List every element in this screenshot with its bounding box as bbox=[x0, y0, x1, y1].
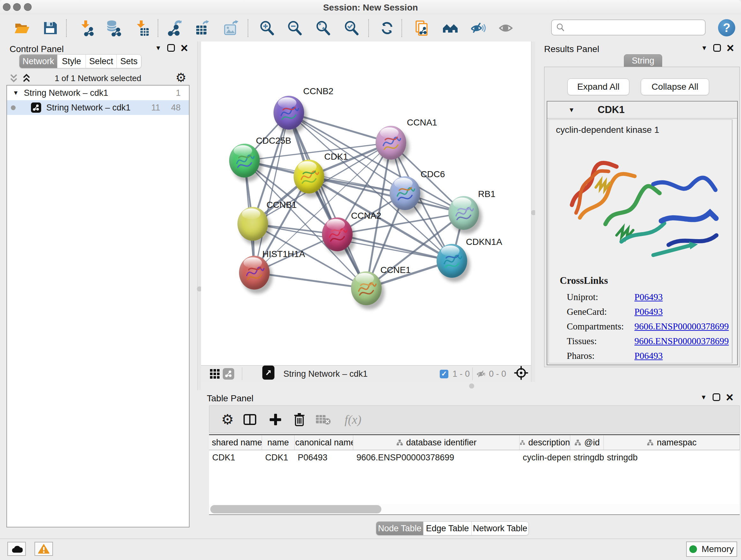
panel-float-icon[interactable] bbox=[713, 393, 720, 401]
network-row[interactable]: String Network – cdk1 11 48 bbox=[7, 100, 189, 115]
tab-select[interactable]: Select bbox=[86, 55, 117, 68]
panel-close-icon[interactable]: × bbox=[727, 44, 734, 52]
import-network-from-database-button[interactable] bbox=[104, 19, 122, 37]
first-neighbors-button[interactable] bbox=[441, 19, 459, 37]
panel-float-icon[interactable] bbox=[167, 44, 175, 52]
scrollbar-thumb[interactable] bbox=[210, 505, 381, 513]
tree-expand-caret-icon[interactable]: ▼ bbox=[13, 89, 19, 97]
panel-menu-caret-icon[interactable]: ▼ bbox=[700, 394, 707, 401]
crosslink-value[interactable]: P06493 bbox=[634, 307, 663, 317]
hidden-items-icon bbox=[476, 368, 486, 380]
selected-checkbox[interactable]: ✓ bbox=[440, 368, 448, 380]
network-node-CCNB1[interactable] bbox=[238, 207, 268, 241]
network-node-CDK1[interactable] bbox=[293, 160, 324, 193]
tab-style[interactable]: Style bbox=[57, 55, 86, 68]
cloud-icon bbox=[10, 544, 23, 553]
zoom-selected-button[interactable] bbox=[343, 19, 360, 37]
export-image-button[interactable] bbox=[222, 19, 240, 37]
tab-node-table[interactable]: Node Table bbox=[376, 522, 423, 535]
table-cell: cyclin-dependent ... bbox=[520, 450, 570, 465]
tab-sets[interactable]: Sets bbox=[117, 55, 141, 68]
refresh-layout-button[interactable] bbox=[378, 19, 396, 37]
network-node-HIST1H1A[interactable] bbox=[239, 256, 270, 290]
function-builder-button[interactable]: f(x) bbox=[339, 411, 367, 428]
column-header[interactable]: description bbox=[520, 435, 570, 450]
column-header[interactable]: database identifier bbox=[353, 435, 520, 450]
table-cell: P06493 bbox=[294, 450, 353, 465]
create-column-button[interactable] bbox=[267, 411, 284, 428]
tab-edge-table[interactable]: Edge Table bbox=[423, 522, 472, 535]
crosslink-value[interactable]: 9606.ENSP00000378699 bbox=[634, 336, 729, 347]
clone-network-button[interactable] bbox=[413, 19, 431, 37]
import-network-button[interactable] bbox=[77, 19, 95, 37]
collapse-all-button[interactable]: Collapse All bbox=[641, 78, 709, 95]
import-table-button[interactable] bbox=[133, 19, 151, 37]
network-collection-row[interactable]: ▼ String Network – cdk1 1 bbox=[7, 85, 189, 100]
hide-selected-button[interactable] bbox=[469, 19, 487, 37]
panel-float-icon[interactable] bbox=[713, 44, 721, 52]
network-node-CCNA2[interactable] bbox=[322, 217, 353, 251]
cloud-status-button[interactable] bbox=[7, 542, 26, 556]
crosslink-value[interactable]: 9606.ENSP00000378699 bbox=[634, 321, 729, 332]
network-node-RB1[interactable] bbox=[448, 196, 479, 230]
network-node-CCNB2[interactable] bbox=[273, 96, 304, 130]
crosshair-icon bbox=[514, 366, 529, 380]
network-view-mode-button[interactable] bbox=[223, 368, 234, 380]
application-window: Session: New Session bbox=[0, 0, 741, 560]
grid-view-button[interactable] bbox=[209, 368, 220, 380]
network-node-CDC25B[interactable] bbox=[229, 144, 260, 178]
network-node-CCNA1[interactable] bbox=[376, 126, 406, 160]
help-button[interactable]: ? bbox=[718, 19, 735, 37]
column-header[interactable]: namespac bbox=[604, 435, 740, 450]
table-settings-button[interactable]: ⚙ bbox=[219, 411, 236, 428]
tab-network[interactable]: Network bbox=[19, 55, 57, 68]
gear-icon[interactable]: ⚙ bbox=[176, 72, 186, 83]
show-columns-button[interactable] bbox=[241, 411, 259, 428]
network-node-CDKN1A[interactable] bbox=[436, 244, 467, 278]
tab-string[interactable]: String bbox=[624, 54, 662, 67]
panel-menu-caret-icon[interactable]: ▼ bbox=[155, 44, 161, 52]
warnings-button[interactable] bbox=[35, 542, 53, 556]
memory-status-dot bbox=[689, 545, 697, 553]
zoom-out-button[interactable] bbox=[286, 19, 304, 37]
table-horizontal-scrollbar[interactable] bbox=[209, 504, 740, 514]
panel-close-icon[interactable]: × bbox=[726, 393, 733, 401]
control-panel-tabs: Network Style Select Sets bbox=[19, 54, 141, 68]
gene-header-row[interactable]: ▼ CDK1 bbox=[547, 102, 737, 118]
column-header[interactable]: name bbox=[262, 435, 294, 450]
column-header[interactable]: canonical name bbox=[294, 435, 353, 450]
birds-eye-toggle-button[interactable] bbox=[514, 367, 529, 379]
splitter-handle[interactable] bbox=[469, 383, 474, 388]
protein-ribbon-thumb bbox=[436, 244, 467, 278]
tab-network-table[interactable]: Network Table bbox=[472, 522, 529, 535]
results-panel: Results Panel ▼ × String Expand All Coll… bbox=[535, 42, 741, 390]
column-header[interactable]: shared name bbox=[209, 435, 262, 450]
network-canvas[interactable]: CCNB2 CCNA1 CDC25B CDK1 bbox=[201, 42, 531, 365]
network-node-CDC6[interactable] bbox=[390, 176, 420, 210]
delete-column-button[interactable] bbox=[291, 411, 308, 428]
network-node-CCNE1[interactable] bbox=[351, 271, 382, 305]
node-label-CCNA1: CCNA1 bbox=[407, 118, 437, 128]
memory-button[interactable]: Memory bbox=[686, 542, 737, 557]
save-session-button[interactable] bbox=[41, 19, 59, 37]
column-header[interactable]: @id bbox=[570, 435, 604, 450]
panel-menu-caret-icon[interactable]: ▼ bbox=[701, 44, 708, 52]
show-all-button[interactable] bbox=[497, 19, 515, 37]
detach-view-button[interactable] bbox=[262, 366, 274, 379]
import-table-icon bbox=[133, 20, 150, 37]
panel-close-icon[interactable]: × bbox=[181, 44, 188, 52]
gene-collapse-caret-icon[interactable]: ▼ bbox=[568, 106, 575, 114]
gene-description: cyclin-dependent kinase 1 bbox=[556, 125, 732, 135]
table-row[interactable]: CDK1CDK1P064939606.ENSP00000378699cyclin… bbox=[209, 450, 740, 465]
crosslink-value[interactable]: P06493 bbox=[634, 292, 663, 302]
open-session-button[interactable] bbox=[13, 19, 30, 37]
crosslink-value[interactable]: P06493 bbox=[634, 351, 663, 361]
search-input[interactable] bbox=[565, 21, 705, 34]
export-network-button[interactable] bbox=[166, 19, 184, 37]
results-scrollbar[interactable] bbox=[732, 119, 737, 363]
delete-table-button[interactable] bbox=[315, 411, 332, 428]
zoom-fit-button[interactable] bbox=[314, 19, 332, 37]
export-table-button[interactable] bbox=[194, 19, 212, 37]
zoom-in-button[interactable] bbox=[258, 19, 276, 37]
expand-all-button[interactable]: Expand All bbox=[567, 78, 629, 95]
